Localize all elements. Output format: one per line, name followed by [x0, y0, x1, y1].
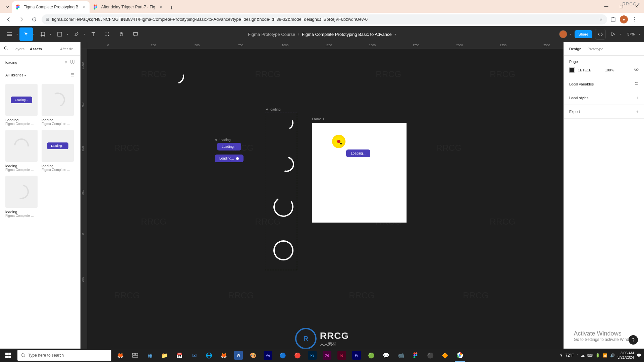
file-explorer-icon[interactable]: 📁 — [158, 349, 172, 362]
taskview-icon[interactable] — [128, 349, 142, 362]
chrome-menu-icon[interactable]: ⋮ — [631, 15, 639, 23]
taskbar-app-icon[interactable]: 🎨 — [246, 349, 260, 362]
firefox-icon[interactable]: 🦊 — [217, 349, 231, 362]
url-bar[interactable]: ⊟ figma.com/file/PaQkqrN8JNCFMGTiNB8v4T/… — [42, 14, 607, 24]
file-name[interactable]: Figma Complete Prototyping Basic to Adva… — [302, 32, 392, 37]
chrome-icon[interactable]: 🔵 — [276, 349, 290, 362]
tray-wifi-icon[interactable]: 📶 — [603, 353, 607, 358]
prototype-tab[interactable]: Prototype — [588, 47, 603, 51]
settings-icon[interactable] — [634, 81, 639, 87]
obs-icon[interactable]: ⚫ — [423, 349, 437, 362]
system-clock[interactable]: 3:06 AM 3/21/2024 — [618, 351, 634, 360]
discord-icon[interactable]: 💬 — [379, 349, 393, 362]
tray-volume-icon[interactable]: 🔊 — [610, 353, 615, 358]
browser-tab-1[interactable]: Figma Complete Prototyping B × — [12, 1, 90, 13]
move-tool-icon[interactable] — [19, 27, 33, 41]
taskbar-app-icon[interactable]: 🔶 — [438, 349, 452, 362]
close-icon[interactable]: × — [81, 4, 86, 10]
browser-tab-2[interactable]: After delay Trigger Part-7 - Fig × — [90, 1, 167, 13]
frame-tool-icon[interactable] — [36, 27, 50, 41]
reload-icon[interactable] — [29, 14, 40, 25]
indesign-icon[interactable]: Id — [337, 351, 346, 360]
chevron-down-icon[interactable]: ▾ — [619, 33, 623, 36]
help-icon[interactable]: ? — [629, 335, 638, 345]
mail-icon[interactable]: ✉ — [187, 349, 201, 362]
start-button-icon[interactable] — [0, 349, 16, 362]
edge-icon[interactable]: 🌐 — [202, 349, 216, 362]
tray-battery-icon[interactable]: 🔋 — [595, 353, 600, 358]
project-name[interactable]: Figma Prototype Course — [248, 32, 295, 37]
new-tab-button[interactable]: + — [167, 3, 176, 13]
photoshop-icon[interactable]: Ps — [308, 351, 317, 360]
present-icon[interactable] — [608, 29, 618, 39]
aftereffects-icon[interactable]: Ae — [264, 351, 272, 360]
plus-icon[interactable]: + — [636, 109, 639, 114]
weather-widget[interactable]: ☀72°F — [559, 353, 574, 358]
asset-item[interactable]: Loading... Loading Figma Complete ... — [5, 84, 38, 126]
comment-tool-icon[interactable] — [129, 27, 142, 41]
tray-onedrive-icon[interactable]: ☁ — [581, 353, 585, 358]
taskbar-app-icon[interactable]: ▦ — [143, 349, 157, 362]
close-icon[interactable]: × — [158, 4, 163, 10]
list-view-icon[interactable] — [70, 72, 75, 78]
asset-search-input[interactable] — [5, 60, 62, 64]
asset-item[interactable]: loading Figma Complete ... — [5, 176, 38, 218]
taskbar-news-icon[interactable]: 🦊 — [113, 349, 127, 362]
figma-taskbar-icon[interactable] — [409, 349, 423, 362]
user-avatar-icon[interactable] — [559, 30, 567, 38]
canvas[interactable]: 0 250 500 750 1000 1250 1500 1750 2000 2… — [80, 42, 564, 349]
dev-mode-icon[interactable] — [595, 29, 606, 40]
assets-tab[interactable]: Assets — [30, 47, 42, 51]
chevron-down-icon[interactable]: ▾ — [569, 33, 572, 36]
local-styles-label[interactable]: Local styles — [569, 96, 588, 100]
asset-item[interactable]: Loading... loading Figma Complete ... — [42, 130, 74, 172]
figma-menu-icon[interactable] — [3, 27, 16, 41]
pen-tool-icon[interactable] — [70, 27, 83, 41]
zoom-level[interactable]: 37% — [625, 32, 637, 36]
search-icon[interactable] — [4, 46, 8, 51]
xd-icon[interactable]: Xd — [323, 351, 331, 360]
library-filter[interactable]: All libraries ▾ — [5, 73, 26, 77]
taskbar-app-icon[interactable]: 🟢 — [364, 349, 378, 362]
share-button[interactable]: Share — [575, 30, 592, 38]
design-tab[interactable]: Design — [569, 47, 582, 51]
forward-icon[interactable] — [16, 14, 27, 25]
shape-tool-icon[interactable] — [53, 27, 66, 41]
notifications-icon[interactable]: 💬 — [637, 353, 641, 358]
bookmark-icon[interactable]: ☆ — [599, 17, 603, 22]
library-icon[interactable] — [70, 59, 75, 65]
resources-tool-icon[interactable] — [101, 27, 114, 41]
chevron-down-icon[interactable]: ▾ — [638, 33, 641, 36]
loading-variants-frame[interactable] — [265, 113, 297, 270]
back-icon[interactable] — [3, 14, 14, 25]
layers-tab[interactable]: Layers — [13, 47, 24, 51]
export-label[interactable]: Export — [569, 110, 580, 114]
hand-tool-icon[interactable] — [115, 27, 128, 41]
tab-dropdown-icon[interactable] — [3, 1, 12, 13]
chrome-running-icon[interactable] — [453, 349, 467, 362]
local-variables-label[interactable]: Local variables — [569, 82, 594, 86]
site-info-icon[interactable]: ⊟ — [46, 17, 49, 22]
taskbar-search[interactable]: Type here to search — [17, 350, 111, 361]
calendar-icon[interactable]: 📅 — [172, 349, 186, 362]
frame-1[interactable]: Frame 1 Loading... — [312, 123, 407, 223]
background-swatch[interactable] — [569, 67, 575, 73]
taskbar-app-icon[interactable]: 🔴 — [290, 349, 305, 362]
visibility-icon[interactable] — [634, 67, 639, 73]
background-hex[interactable]: 1E1E1E — [578, 68, 591, 72]
profile-avatar-icon[interactable]: ● — [620, 15, 628, 23]
plus-icon[interactable]: + — [636, 95, 639, 101]
extensions-icon[interactable] — [609, 15, 617, 23]
chevron-down-icon[interactable]: ▾ — [394, 33, 396, 36]
word-icon[interactable]: W — [234, 351, 243, 360]
page-selector[interactable]: After de... — [60, 47, 76, 51]
zoom-icon[interactable]: 📹 — [394, 349, 408, 362]
asset-item[interactable]: loading Figma Complete ... — [5, 130, 38, 172]
text-tool-icon[interactable] — [87, 27, 100, 41]
tray-chevron-icon[interactable]: ^ — [577, 353, 578, 357]
loading-component[interactable]: Loading... Loading... — [215, 143, 244, 162]
asset-item[interactable]: loading Figma Complete ... — [42, 84, 74, 126]
clear-search-icon[interactable]: × — [65, 60, 67, 65]
minimize-icon[interactable]: — — [599, 1, 614, 11]
background-opacity[interactable]: 100% — [605, 68, 614, 72]
